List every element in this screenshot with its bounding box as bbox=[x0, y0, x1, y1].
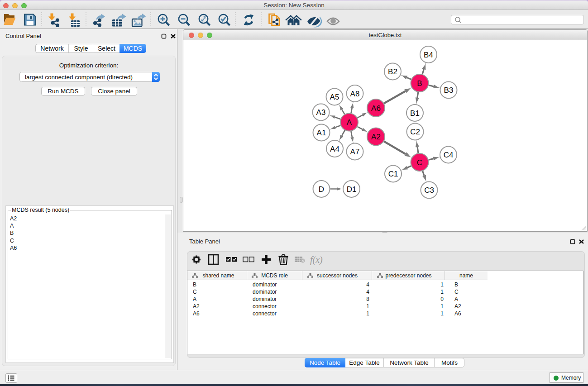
svg-text:A: A bbox=[347, 118, 352, 127]
svg-text:A5: A5 bbox=[330, 93, 339, 101]
svg-text:A6: A6 bbox=[371, 104, 381, 113]
svg-text:B: B bbox=[417, 79, 422, 88]
svg-text:B2: B2 bbox=[388, 67, 397, 76]
svg-text:C: C bbox=[417, 158, 422, 167]
svg-text:A3: A3 bbox=[316, 108, 326, 117]
svg-text:C2: C2 bbox=[410, 128, 420, 136]
svg-text:A1: A1 bbox=[317, 129, 326, 137]
svg-text:C4: C4 bbox=[444, 151, 454, 159]
svg-text:A7: A7 bbox=[350, 148, 360, 156]
svg-text:B1: B1 bbox=[410, 109, 420, 118]
svg-text:A2: A2 bbox=[371, 133, 381, 141]
svg-text:C3: C3 bbox=[424, 186, 434, 195]
svg-text:D1: D1 bbox=[347, 185, 357, 194]
svg-text:A4: A4 bbox=[330, 145, 339, 153]
svg-text:B3: B3 bbox=[444, 86, 454, 95]
svg-text:A8: A8 bbox=[350, 90, 360, 98]
svg-text:B4: B4 bbox=[424, 51, 433, 59]
svg-text:f(x): f(x) bbox=[310, 255, 323, 265]
svg-text:C1: C1 bbox=[388, 170, 398, 178]
svg-text:D: D bbox=[319, 185, 324, 194]
